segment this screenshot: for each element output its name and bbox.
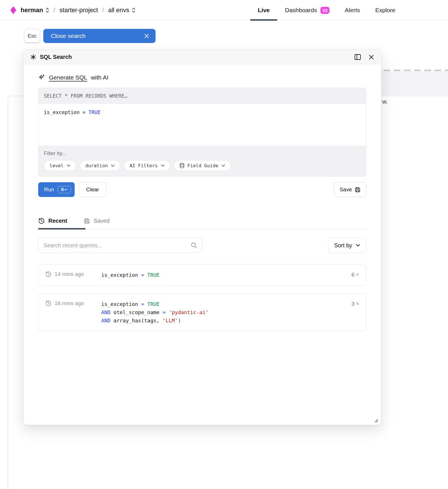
modal-header-actions [354,54,374,60]
sql-token: array_has(tags, [113,318,162,323]
recent-query-row[interactable]: 14 mins agois_exception = TRUE6× [38,264,366,286]
query-time: 14 mins ago [45,271,101,277]
nav-tab-explore[interactable]: Explore [375,0,395,20]
sql-token: AND [101,309,113,315]
sql-query-input[interactable]: is_exception = TRUE [38,104,366,146]
v2-badge: V2 [320,7,329,14]
nav-tab-dashboards[interactable]: Dashboards V2 [285,0,330,20]
org-name: herman [21,7,43,14]
save-button[interactable]: Save [334,182,366,197]
close-modal-icon[interactable] [369,54,374,60]
env-switcher[interactable]: all envs [108,7,135,14]
pill-label: level [49,163,64,168]
sql-token: TRUE [147,301,160,307]
tab-label: Saved [94,218,110,224]
breadcrumb: herman / starter-project / all envs [10,6,135,14]
sql-search-modal: SQL Search Generate SQL with AI SELECT *… [23,50,381,425]
sort-by-label: Sort by [334,242,352,249]
background-partial-text: w. [382,98,388,105]
generate-sql-row: Generate SQL with AI [38,74,366,81]
main-nav: Live Dashboards V2 Alerts Explore [258,0,395,20]
sparkles-icon [38,74,45,81]
modal-header: SQL Search [23,50,381,64]
save-icon [84,218,90,224]
query-time: 16 mins ago [45,300,101,306]
sql-token: = [141,272,147,278]
query-count-number: 3 [352,301,355,307]
sql-token: is_exception [101,301,141,307]
query-run-count: 6× [352,271,359,278]
query-time-label: 16 mins ago [55,300,84,306]
chevron-down-icon [221,164,225,167]
times-symbol: × [356,301,359,307]
chevron-updown-icon [132,7,135,13]
filter-pills: level duration AI Filters Field Guide [44,160,361,171]
filter-section: Filter by... level duration AI Filters [38,146,366,176]
times-symbol: × [356,271,359,278]
resize-handle-icon[interactable] [373,418,378,422]
recent-query-row[interactable]: 16 mins agois_exception = TRUEAND otel_s… [38,293,366,331]
asterisk-icon [30,54,36,60]
project-link[interactable]: starter-project [60,7,98,14]
history-icon [45,271,51,277]
breadcrumb-separator: / [102,7,104,14]
recent-controls: Sort by [38,238,366,253]
run-shortcut-kbd: ⌘↵ [58,186,71,193]
filter-pill-field-guide[interactable]: Field Guide [174,160,231,171]
tab-saved[interactable]: Saved [84,213,110,229]
background-gray-band [382,71,448,95]
search-box [38,238,202,253]
org-switcher[interactable]: herman [21,7,49,14]
nav-label: Alerts [345,7,360,14]
nav-label: Live [258,7,270,14]
query-time-label: 14 mins ago [55,271,84,277]
nav-tab-alerts[interactable]: Alerts [345,0,360,20]
close-search-button[interactable]: Close search [43,29,156,43]
filter-pill-ai-filters[interactable]: AI Filters [124,160,170,171]
tab-recent[interactable]: Recent [38,213,67,229]
generate-sql-link[interactable]: Generate SQL [49,74,87,81]
filter-pill-duration[interactable]: duration [80,160,120,171]
sql-token: is_exception [101,272,141,278]
breadcrumb-separator: / [53,7,55,14]
sql-editor-header: SELECT * FROM RECORDS WHERE… [38,88,366,104]
close-icon[interactable] [144,33,149,39]
database-icon [180,163,184,168]
save-label: Save [340,186,352,193]
history-icon [38,218,45,224]
pill-label: Field Guide [188,163,218,168]
run-button[interactable]: Run ⌘↵ [38,182,75,197]
nav-tab-live[interactable]: Live [258,0,270,20]
sql-token: is_exception = [44,110,89,115]
query-tabs: Recent Saved [38,213,366,229]
query-run-count: 3× [352,300,359,307]
background-dashed-line [384,70,448,71]
sql-token: TRUE [89,110,100,115]
run-label: Run [44,186,54,193]
sql-token: otel_scope_name [113,309,162,315]
esc-key-hint: Esc [24,29,40,43]
actions-row: Run ⌘↵ Clear Save [38,182,366,197]
generate-sql-suffix: with AI [91,74,108,81]
modal-title: SQL Search [30,54,72,60]
chevron-down-icon [356,244,360,247]
modal-title-text: SQL Search [40,54,72,60]
search-recent-input[interactable] [38,238,202,253]
chevron-down-icon [111,164,115,167]
sql-query-text: is_exception = TRUE [44,110,100,115]
filter-pill-level[interactable]: level [44,160,76,171]
query-sql: is_exception = TRUEAND otel_scope_name =… [101,300,208,325]
clear-button[interactable]: Clear [79,182,106,197]
sort-by-button[interactable]: Sort by [328,238,366,253]
pill-label: duration [85,163,108,168]
project-name: starter-project [60,7,98,14]
chevron-down-icon [161,164,165,167]
history-icon [45,300,51,306]
logo-diamond-icon[interactable] [10,6,16,14]
panel-layout-icon[interactable] [354,54,361,60]
recent-query-list: 14 mins agois_exception = TRUE6×16 mins … [38,264,366,331]
sql-editor: SELECT * FROM RECORDS WHERE… is_exceptio… [38,88,366,177]
pill-label: AI Filters [130,163,158,168]
sql-token: TRUE [147,272,160,278]
sql-token: 'LLM' [163,318,178,323]
